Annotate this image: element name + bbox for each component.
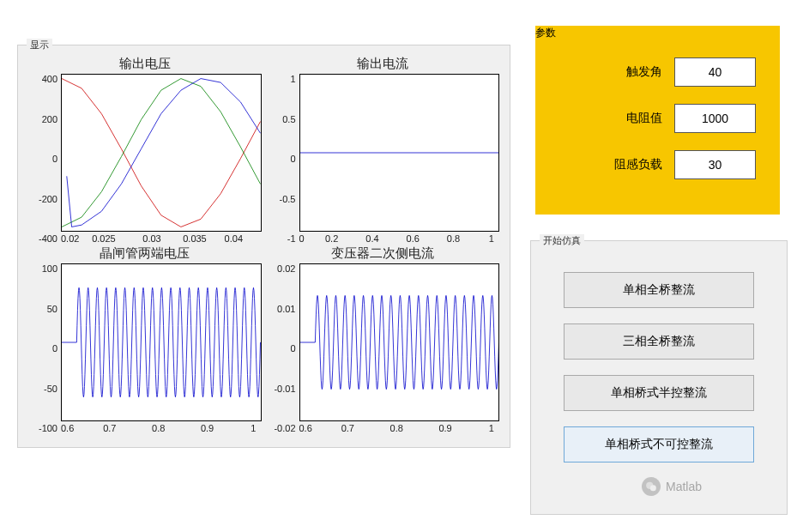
x-ticks: 0.60.70.80.91	[61, 421, 262, 433]
x-ticks: 0.020.0250.030.0350.04	[61, 232, 262, 244]
sim-panel: 开始仿真 单相全桥整流 三相全桥整流 单相桥式半控整流 单相桥式不可控整流	[530, 240, 788, 515]
x-ticks: 0.60.70.80.91	[299, 421, 500, 433]
sim-three-phase-full-bridge-button[interactable]: 三相全桥整流	[564, 323, 754, 360]
sim-single-full-bridge-button[interactable]: 单相全桥整流	[564, 272, 754, 308]
param-row-resistance: 电阻值	[535, 104, 756, 133]
chart-title: 变压器二次侧电流	[331, 245, 434, 262]
resistance-input[interactable]	[674, 104, 756, 133]
chart-transformer-current: 变压器二次侧电流 0.020.010-0.01-0.02 0.60.70.80.…	[267, 244, 500, 433]
y-ticks: 100500-50-100	[28, 263, 61, 433]
chart-grid: 输出电压 4002000-200-400 0.020.0250.030.0350…	[28, 54, 499, 433]
param-row-trigger-angle: 触发角	[535, 57, 756, 87]
chart-title: 晶闸管两端电压	[100, 245, 190, 262]
chart-title: 输出电压	[119, 56, 171, 72]
chart-output-current: 输出电流 10.50-0.5-1 00.20.40.60.81	[267, 54, 500, 244]
y-ticks: 10.50-0.5-1	[267, 74, 299, 244]
rl-load-input[interactable]	[674, 150, 756, 179]
sim-legend: 开始仿真	[540, 234, 584, 247]
param-label: 阻感负载	[614, 157, 662, 172]
params-panel: 参数 触发角 电阻值 阻感负载	[535, 26, 780, 215]
param-label: 触发角	[626, 64, 662, 80]
plot-area	[61, 74, 262, 232]
chart-title: 输出电流	[357, 56, 408, 72]
y-ticks: 4002000-200-400	[28, 74, 61, 244]
y-ticks: 0.020.010-0.01-0.02	[267, 263, 299, 433]
param-row-rl-load: 阻感负载	[535, 150, 756, 179]
plot-area	[299, 263, 500, 421]
chart-output-voltage: 输出电压 4002000-200-400 0.020.0250.030.0350…	[28, 54, 262, 244]
param-label: 电阻值	[626, 111, 662, 126]
params-legend: 参数	[535, 26, 780, 40]
plot-area	[61, 263, 262, 421]
sim-single-half-controlled-button[interactable]: 单相桥式半控整流	[564, 375, 754, 411]
display-legend: 显示	[27, 39, 52, 51]
sim-single-uncontrolled-button[interactable]: 单相桥式不可控整流	[564, 426, 754, 462]
x-ticks: 00.20.40.60.81	[299, 232, 500, 244]
plot-area	[299, 74, 500, 232]
display-panel: 显示 输出电压 4002000-200-400 0.020.0250.030.0…	[17, 45, 510, 448]
trigger-angle-input[interactable]	[674, 57, 756, 87]
chart-thyristor-voltage: 晶闸管两端电压 100500-50-100 0.60.70.80.91	[28, 244, 262, 433]
